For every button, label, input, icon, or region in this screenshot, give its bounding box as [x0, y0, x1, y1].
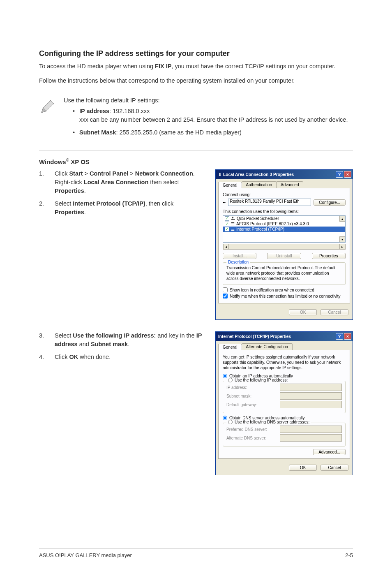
items-listbox[interactable]: ✓🖧QoS Packet Scheduler ✓☰AEGIS Protocol …	[223, 215, 346, 243]
alternate-dns-label: Alternate DNS server:	[226, 436, 280, 440]
divider	[39, 91, 353, 91]
subnet-mask-label: Subnet mask:	[226, 394, 280, 398]
ok-button[interactable]: OK	[289, 465, 317, 471]
network-icon: 🖧	[231, 216, 235, 221]
page-title: Configuring the IP address settings for …	[39, 49, 353, 58]
show-icon-checkbox[interactable]	[223, 287, 228, 292]
description-text: Transmission Control Protocol/Internet P…	[226, 265, 342, 281]
items-label: This connection uses the following items…	[223, 209, 346, 214]
tab-general[interactable]: General	[218, 182, 242, 188]
horizontal-scrollbar[interactable]: ◂ ▸	[223, 244, 346, 250]
dialog-title: Internet Protocol (TCP/IP) Properties	[218, 334, 335, 339]
ip-address-label: IP address:	[226, 385, 280, 390]
protocol-icon: ☰	[231, 227, 235, 231]
os-header: Windows® XP OS	[39, 158, 353, 165]
tab-authentication[interactable]: Authentication	[242, 181, 277, 188]
dialog-title: Local Area Connection 3 Properties	[223, 172, 335, 177]
close-button[interactable]: ×	[344, 171, 351, 178]
step-3: 3. Select Use the following IP address: …	[39, 331, 204, 349]
step-1: 1. Click Start > Control Panel > Network…	[39, 169, 204, 195]
note-lead: Use the following default IP settings:	[64, 97, 353, 104]
cancel-button[interactable]: Cancel	[321, 465, 348, 471]
close-button[interactable]: ×	[344, 333, 351, 340]
properties-button[interactable]: Properties	[312, 253, 346, 259]
use-following-dns-radio[interactable]	[228, 420, 233, 424]
protocol-icon: ☰	[231, 222, 235, 226]
configure-button[interactable]: Configure...	[314, 199, 346, 206]
subnet-mask-input[interactable]	[280, 392, 342, 400]
help-button[interactable]: ?	[336, 171, 343, 178]
gateway-input[interactable]	[280, 401, 342, 408]
tab-general[interactable]: General	[218, 344, 242, 350]
note-mask-item: Subnet Mask: 255.255.255.0 (same as the …	[73, 128, 353, 137]
ip-address-input[interactable]	[280, 384, 342, 391]
scroll-down-icon[interactable]: ▾	[339, 236, 345, 242]
install-button[interactable]: Install...	[223, 253, 256, 259]
scroll-right-icon[interactable]: ▸	[339, 244, 345, 250]
advanced-button[interactable]: Advanced...	[313, 449, 346, 455]
pencil-icon	[39, 97, 56, 141]
adapter-icon: ▪▪	[223, 200, 226, 205]
page-footer: ASUS O!PLAY GALLERY media player 2-5	[39, 548, 353, 558]
help-button[interactable]: ?	[336, 333, 343, 340]
preferred-dns-input[interactable]	[280, 426, 342, 433]
tcpip-description: You can get IP settings assigned automat…	[223, 354, 346, 370]
scroll-up-icon[interactable]: ▴	[339, 216, 345, 222]
gateway-label: Default gateway:	[226, 403, 280, 407]
alternate-dns-input[interactable]	[280, 434, 342, 442]
adapter-field[interactable]: Realtek RTL8139 Family PCI Fast Eth	[228, 199, 311, 206]
note-ip-item: IP address: 192.168.0.xxx xxx can be any…	[73, 107, 353, 124]
window-icon: ⬇	[218, 172, 221, 177]
step-2: 2. Select Internet Protocol (TCP/IP), th…	[39, 199, 204, 217]
ok-button[interactable]: OK	[289, 309, 317, 315]
tab-alternate-config[interactable]: Alternate Configuration	[242, 343, 293, 350]
scroll-left-icon[interactable]: ◂	[223, 244, 229, 250]
notify-checkbox[interactable]	[223, 294, 228, 298]
tab-advanced[interactable]: Advanced	[276, 181, 303, 188]
connect-using-label: Connect using:	[223, 192, 346, 197]
intro-paragraph-1: To access the HD media player when using…	[39, 62, 353, 71]
footer-product: ASUS O!PLAY GALLERY media player	[39, 552, 132, 558]
description-label: Description	[226, 260, 250, 264]
note-block: Use the following default IP settings: I…	[39, 97, 353, 141]
tcpip-properties-dialog: Internet Protocol (TCP/IP) Properties ? …	[215, 331, 353, 475]
connection-properties-dialog: ⬇ Local Area Connection 3 Properties ? ×…	[215, 169, 353, 320]
use-following-ip-radio[interactable]	[228, 378, 233, 382]
uninstall-button[interactable]: Uninstall	[267, 253, 301, 259]
preferred-dns-label: Preferred DNS server:	[226, 427, 280, 432]
footer-page-number: 2-5	[345, 552, 353, 558]
step-4: 4. Click OK when done.	[39, 353, 204, 361]
cancel-button[interactable]: Cancel	[321, 309, 348, 315]
divider	[39, 150, 353, 150]
intro-paragraph-2: Follow the instructions below that corre…	[39, 76, 353, 85]
